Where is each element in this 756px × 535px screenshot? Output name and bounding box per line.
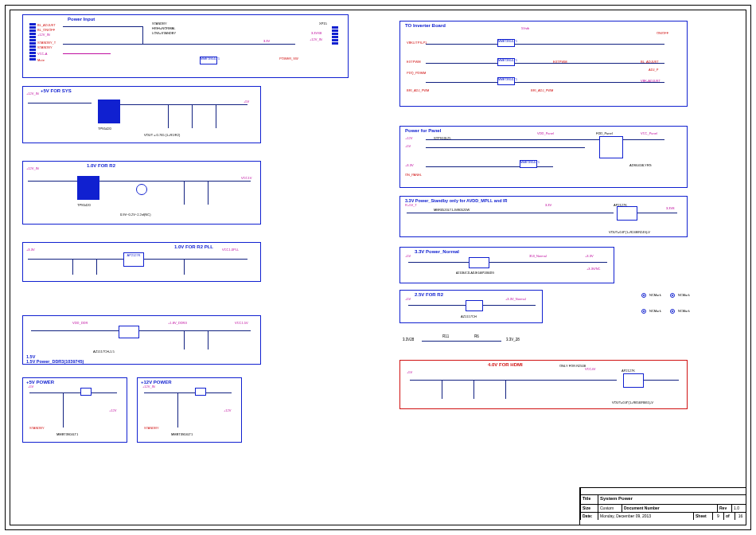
block-12v-power: +12V POWER +12V_IN +12V STANDBY MMBT3904… (137, 377, 242, 443)
schematic-area: +12V +5V +3.3V ON_PANEL STPS10L25 MMBT39… (402, 128, 685, 185)
tb-date-value: Monday, December 09, 2013 (598, 513, 693, 520)
fiducial-label: NCMark (678, 309, 690, 313)
block-3v3-standby: 3.3V Power_Standby only for AVDD_MPLL an… (399, 196, 688, 237)
net-label: PDQ_PDIMM (407, 71, 426, 75)
net-label: VDD_DDR (72, 321, 88, 325)
fiducial-label: NCMark (649, 293, 661, 297)
block-4v0-hdmi: 4.0V FOR HDMI ONLY FOR R2508 +5V VCC4V A… (399, 360, 688, 409)
formula: VOUT=0.8*(1+R248/R249)-V (609, 230, 650, 234)
net-label: STANDBY (144, 426, 159, 430)
formula: VOUT = 0.765 (1+R1/R2) (144, 133, 180, 137)
net-label: EXTPWM (553, 60, 567, 64)
net-label: VCC_Panel (641, 131, 657, 135)
net-label: STANDBY (29, 426, 45, 430)
schematic-area: +5V AZ1117CH +3.3V_Normal (402, 292, 540, 321)
connector-xp1 (29, 23, 36, 61)
net-label: +5V (407, 370, 412, 374)
net-label: +5V (405, 297, 411, 301)
part-label: MBR0520LT1-G/B0520W (434, 208, 470, 212)
part-q: MMBT3904LT1 (497, 58, 515, 66)
rail-label: POWER_SW (279, 57, 298, 61)
net-label: BRI_ADJ_PWM (407, 88, 429, 92)
net-label: VCC1.0PLL (222, 248, 239, 252)
part-label: AP2127K (622, 369, 635, 373)
net-label: ADJ_P (649, 68, 658, 72)
net-label: BL_ADJUST (641, 60, 659, 64)
part-q: MMBT3904LT1 (497, 77, 515, 85)
part-label: TPS5420 (77, 203, 91, 207)
part-q: MMBT3904LT1 (497, 39, 515, 47)
net-label: R+5V_T (405, 203, 417, 207)
part-label: TPS5420 (98, 127, 111, 131)
schematic-area: BL_ADJUST BL_ON/OFF +12V_IN STANDBY_T ST… (25, 17, 346, 76)
wire (422, 341, 501, 342)
connector-xp15 (332, 26, 338, 45)
tb-docnum-label: Document Number (622, 505, 717, 512)
net-label: Mute (37, 58, 45, 62)
part-q: MMBT3904LT1 (520, 160, 537, 168)
rail-label: 3.3V (263, 39, 270, 43)
rail-label: +12V_IN (310, 37, 322, 41)
block-3v3-normal: 3.3V Power_Normal +5V AZ1084CD-ADJE1/AP1… (399, 247, 614, 283)
net-label: +12V (405, 136, 412, 140)
part-transistor: MMBT3904LT1 (200, 57, 217, 64)
net-label: +12V_IN (142, 385, 155, 389)
part-label: MMBT3904LT1 (171, 432, 193, 436)
net-label: BL_ADJUST (37, 23, 56, 27)
net-label: +3.3V (405, 163, 414, 167)
part-label: ADS6418LYRG (629, 163, 652, 167)
part-chip (599, 136, 623, 158)
annotation: LOW=STANDBY (152, 31, 176, 35)
net-label: 3.3V8 (666, 206, 674, 210)
part-label: STPS10L25 (434, 136, 451, 140)
annotation: HIGH=NORMAL (152, 26, 175, 30)
annotation: STANDBY (152, 21, 167, 25)
part-label: AP2127K (614, 203, 627, 207)
net-label: +5V (405, 254, 411, 258)
net-label: VCC1V (241, 176, 251, 180)
schematic-area: +12V_IN TPS5420 VCC1V 0.9V~0.2V~2.2nf(NC… (25, 163, 259, 222)
schematic-area: +5V VCC4V AP2127K VOUT=0.8*(1+R656/R661)… (402, 362, 685, 407)
schematic-area: +12V_IN +12V STANDBY MMBT3904LT1 (139, 380, 240, 440)
net-label: +5V (28, 385, 33, 389)
net-label: +12V_IN (26, 166, 39, 170)
tb-title-value: System Power (598, 495, 746, 504)
net-label: STANDBY (37, 45, 53, 49)
net-label: VDD_Panel (537, 131, 554, 135)
net-label: 353_Normal (529, 254, 547, 258)
part-fet (195, 388, 206, 396)
part-label: R11 (442, 334, 449, 338)
schematic-area: 5Vstb VBKLITPS-P1 EXTPWM PDQ_PDIMM BRI_A… (402, 23, 685, 104)
schematic-area: +5V AZ1084CD-ADJE1/AP1084DG 353_Normal +… (402, 249, 612, 281)
fiducial-mark (641, 309, 646, 314)
conn-label: XP15 (319, 21, 327, 25)
net-label: VCC4V (585, 367, 595, 371)
block-5v-power: +5V POWER +5V +12V STANDBY MMBT3904LT1 (22, 377, 127, 443)
note: 0.9V~0.2V~2.2nf(NC) (120, 213, 150, 217)
net-label: STANDBY_T (37, 41, 56, 45)
rail-label: 3.3VS8 (311, 31, 321, 35)
net-label: EXTPWM (407, 60, 421, 64)
schematic-area: R+5V_T MBR0520LT1-G/B0520W 3.3V AP2127K … (402, 198, 685, 235)
part-regulator (77, 176, 99, 200)
net-label: VCC1.5V (235, 321, 248, 325)
part-label: AZ1084CD-ADJE1/AP1084DG (456, 271, 494, 275)
net-label: VBKLITPS-P1 (407, 41, 427, 45)
part-label: AZ1117CH (461, 314, 477, 318)
net-label: +12V_IN (37, 33, 50, 37)
titleblock-blank (580, 488, 746, 494)
schematic-area: +3.3V AP2127K VCC1.0PLL (25, 244, 259, 279)
tb-of-label: of (723, 513, 735, 520)
tb-title-label: Title (580, 495, 598, 504)
net-label: +5V (244, 100, 249, 103)
part-label: FDD_Panel (596, 131, 613, 135)
part-label: AZ1117CH-1.5 (93, 350, 115, 353)
rail-label: 3.3V_28 (506, 338, 520, 342)
part-ldo (119, 326, 139, 338)
part-ldo (466, 300, 483, 311)
block-1v0-r2-pll: 1.0V FOR R2 PLL +3.3V AP2127K VCC1.0PLL (22, 242, 261, 282)
fiducial-mark (641, 293, 646, 298)
part-ldo (623, 373, 644, 388)
block-1v0-r2: 1.0V FOR R2 +12V_IN TPS5420 VCC1V 0.9V~0… (22, 161, 261, 225)
net-label: ON/OFF (657, 31, 668, 35)
